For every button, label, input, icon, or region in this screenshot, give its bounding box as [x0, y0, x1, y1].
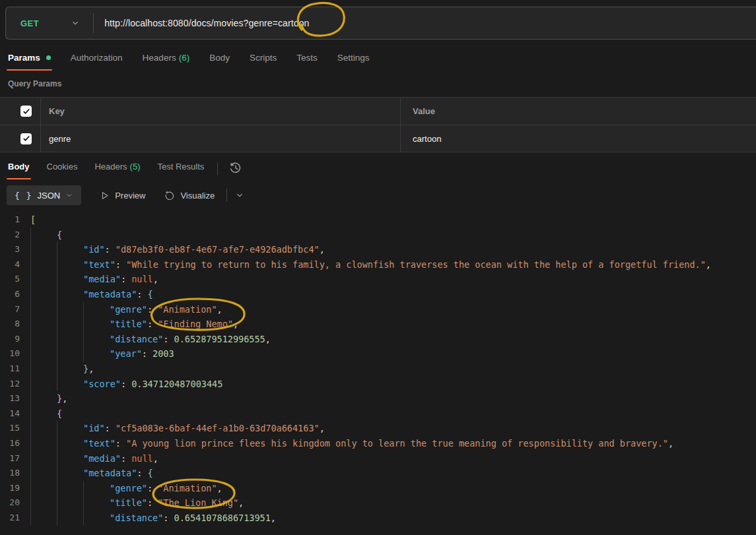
tab-label: Body [8, 162, 30, 172]
preview-label: Preview [115, 191, 145, 201]
indent-guide [30, 272, 57, 287]
indent-guide [30, 332, 57, 347]
line-number: 9 [0, 332, 30, 347]
tab-label: Headers [143, 53, 176, 63]
visualize-button[interactable]: Visualize [164, 190, 215, 201]
indent-guide [57, 421, 83, 436]
line-number: 21 [0, 511, 30, 526]
method-label[interactable]: GET [6, 18, 39, 28]
braces-icon: { } [15, 191, 32, 201]
code-line: 17"media": null, [0, 451, 756, 466]
indent-guide [83, 511, 110, 526]
param-value-cell[interactable]: cartoon [401, 125, 756, 152]
line-number: 18 [0, 466, 30, 481]
indent-guide [57, 377, 83, 392]
format-selector-button[interactable]: { } JSON [7, 185, 81, 205]
request-tab-params[interactable]: Params [8, 53, 51, 71]
request-tabs-bar: ParamsAuthorizationHeaders(6)BodyScripts… [8, 53, 756, 71]
indent-guide [57, 436, 83, 451]
line-number: 14 [0, 406, 30, 422]
response-toolbar: { } JSON Preview Visualize [7, 185, 756, 205]
code-line: 16"text": "A young lion prince flees his… [0, 436, 756, 451]
code-line: 4"text": "While trying to return to his … [0, 257, 756, 272]
url-bar: GET http://localhost:8080/docs/movies?ge… [5, 7, 756, 40]
url-input[interactable]: http://localhost:8080/docs/movies?genre=… [104, 18, 309, 28]
preview-button[interactable]: Preview [100, 191, 145, 201]
code-line: 3"id": "d87eb3f0-eb8f-4e67-afe7-e4926adb… [0, 242, 756, 257]
code-text: { [30, 406, 62, 422]
more-options-chevron[interactable] [235, 191, 244, 200]
url-divider [93, 13, 94, 33]
response-tabs-bar: BodyCookiesHeaders(5)Test Results [8, 162, 756, 179]
param-key-cell[interactable]: genre [41, 125, 401, 152]
code-text: "genre": "Animation", [30, 302, 223, 317]
indent-guide [30, 377, 57, 392]
tab-count: (6) [179, 53, 190, 63]
table-header-row: Key Value [0, 98, 756, 125]
param-checkbox[interactable] [20, 133, 32, 144]
indent-guide [57, 511, 83, 526]
line-number: 4 [0, 257, 30, 272]
select-all-checkbox[interactable] [20, 106, 32, 117]
history-icon[interactable] [228, 161, 242, 177]
code-line: 1[ [0, 212, 756, 228]
indent-guide [30, 346, 57, 362]
line-number: 11 [0, 362, 30, 377]
code-text: "score": 0.347120487003445 [30, 377, 223, 392]
indent-guide [30, 406, 57, 422]
code-line: 10"year": 2003 [0, 346, 756, 362]
tab-label: Test Results [158, 162, 205, 172]
request-tab-tests[interactable]: Tests [296, 53, 318, 71]
query-params-label: Query Params [8, 79, 756, 88]
tab-label: Authorization [71, 53, 123, 63]
code-text: "distance": 0.6541078686713951, [30, 511, 276, 526]
request-tab-headers[interactable]: Headers(6) [143, 53, 190, 71]
line-number: 20 [0, 495, 30, 511]
indent-guide [57, 332, 83, 347]
request-tab-authorization[interactable]: Authorization [71, 53, 123, 71]
params-table: Key Value genre cartoon [0, 97, 756, 152]
indent-guide [57, 317, 83, 332]
request-tabs: ParamsAuthorizationHeaders(6)BodyScripts… [8, 53, 756, 71]
format-chevron-icon [65, 191, 73, 199]
indent-guide [83, 317, 110, 332]
indent-guide [57, 346, 83, 362]
response-tab-body[interactable]: Body [8, 162, 30, 179]
indent-guide [83, 346, 110, 362]
indent-guide [57, 257, 83, 272]
request-tab-settings[interactable]: Settings [337, 53, 370, 71]
code-text: { [30, 228, 62, 243]
response-json-viewer[interactable]: 1[2{3"id": "d87eb3f0-eb8f-4e67-afe7-e492… [0, 210, 756, 525]
response-tab-test-results[interactable]: Test Results [158, 162, 205, 179]
response-tabs: BodyCookiesHeaders(5)Test Results [8, 162, 204, 179]
indent-guide [30, 481, 57, 496]
line-number: 19 [0, 481, 30, 496]
response-tab-headers[interactable]: Headers(5) [94, 162, 140, 179]
column-header-key: Key [41, 98, 401, 125]
code-line: 18"metadata": { [0, 466, 756, 481]
toolbar-divider [226, 189, 227, 202]
tab-label: Scripts [250, 53, 277, 63]
code-line: 21"distance": 0.6541078686713951, [0, 511, 756, 526]
indent-guide [30, 317, 57, 332]
tab-label: Cookies [47, 162, 78, 172]
request-tab-body[interactable]: Body [209, 53, 230, 71]
indent-guide [30, 495, 57, 511]
method-chevron-icon[interactable] [71, 18, 80, 28]
request-tab-scripts[interactable]: Scripts [250, 53, 277, 71]
request-url-row: GET http://localhost:8080/docs/movies?ge… [5, 7, 756, 40]
code-text: "metadata": { [30, 466, 153, 481]
code-text: "media": null, [30, 451, 158, 466]
code-text: "text": "A young lion prince flees his k… [30, 436, 673, 451]
code-text: "metadata": { [30, 287, 153, 302]
line-number: 12 [0, 377, 30, 392]
indent-guide [57, 495, 83, 511]
indent-guide [30, 451, 57, 466]
response-tab-cookies[interactable]: Cookies [47, 162, 78, 179]
indent-guide [30, 436, 57, 451]
code-text: "text": "While trying to return to his f… [30, 257, 711, 272]
code-line: 5"media": null, [0, 272, 756, 287]
code-text: }, [30, 362, 94, 377]
indent-guide [30, 228, 57, 243]
indent-guide [30, 257, 57, 272]
